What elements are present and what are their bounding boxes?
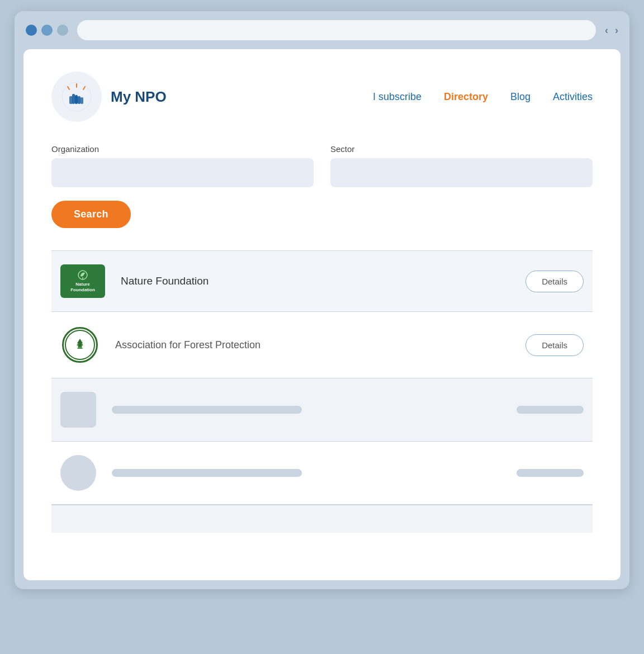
browser-dot-1 <box>26 25 37 36</box>
results-list: NatureFoundation Nature Foundation Detai… <box>51 250 593 533</box>
svg-rect-6 <box>75 95 78 104</box>
skeleton-btn-2 <box>517 469 584 477</box>
nature-foundation-details-button[interactable]: Details <box>525 271 584 292</box>
skeleton-text-1 <box>112 406 302 414</box>
sector-input[interactable] <box>330 158 593 187</box>
svg-rect-7 <box>78 96 80 104</box>
browser-chrome: ‹ › <box>15 11 629 49</box>
forest-protection-icon <box>65 330 95 360</box>
forest-protection-name: Association for Forest Protection <box>115 339 525 351</box>
browser-dot-3 <box>57 25 68 36</box>
sector-label: Sector <box>330 144 593 154</box>
browser-window: ‹ › <box>15 11 629 589</box>
svg-rect-5 <box>72 94 75 104</box>
forest-protection-logo <box>60 325 100 364</box>
forest-icon-svg <box>73 338 87 352</box>
page-content: My NPO I subscribe Directory Blog Activi… <box>23 49 621 580</box>
nature-foundation-icon <box>75 269 91 281</box>
organization-input[interactable] <box>51 158 314 187</box>
result-row-forest-protection: Association for Forest Protection Detail… <box>51 312 593 378</box>
svg-rect-8 <box>80 97 83 104</box>
logo-icon <box>61 82 92 112</box>
browser-nav: ‹ › <box>605 25 618 36</box>
search-button[interactable]: Search <box>51 201 131 228</box>
browser-dots <box>26 25 68 36</box>
nature-foundation-name: Nature Foundation <box>121 275 525 287</box>
nav-blog[interactable]: Blog <box>510 91 531 103</box>
organization-label: Organization <box>51 144 314 154</box>
organization-field-group: Organization <box>51 144 314 187</box>
browser-back-button[interactable]: ‹ <box>605 25 608 36</box>
browser-addressbar[interactable] <box>77 20 596 40</box>
site-title: My NPO <box>111 88 167 106</box>
result-row-skeleton-2 <box>51 442 593 505</box>
browser-dot-2 <box>41 25 53 36</box>
nav-subscribe[interactable]: I subscribe <box>373 91 422 103</box>
search-fields: Organization Sector <box>51 144 593 187</box>
nav-activities[interactable]: Activities <box>553 91 593 103</box>
skeleton-logo-1 <box>60 392 96 428</box>
sector-field-group: Sector <box>330 144 593 187</box>
site-nav: I subscribe Directory Blog Activities <box>373 91 593 103</box>
browser-forward-button[interactable]: › <box>615 25 618 36</box>
skeleton-logo-2 <box>60 455 96 491</box>
skeleton-btn-1 <box>517 406 584 414</box>
site-header: My NPO I subscribe Directory Blog Activi… <box>51 72 593 122</box>
search-form: Organization Sector Search <box>51 144 593 228</box>
result-row-nature-foundation: NatureFoundation Nature Foundation Detai… <box>51 251 593 312</box>
skeleton-text-2 <box>112 469 302 477</box>
result-row-partial <box>51 505 593 533</box>
nature-foundation-logo: NatureFoundation <box>60 264 105 298</box>
logo-area: My NPO <box>51 72 167 122</box>
nav-directory[interactable]: Directory <box>444 91 488 103</box>
result-row-skeleton-1 <box>51 378 593 442</box>
site-logo <box>51 72 102 122</box>
forest-protection-details-button[interactable]: Details <box>525 334 584 356</box>
